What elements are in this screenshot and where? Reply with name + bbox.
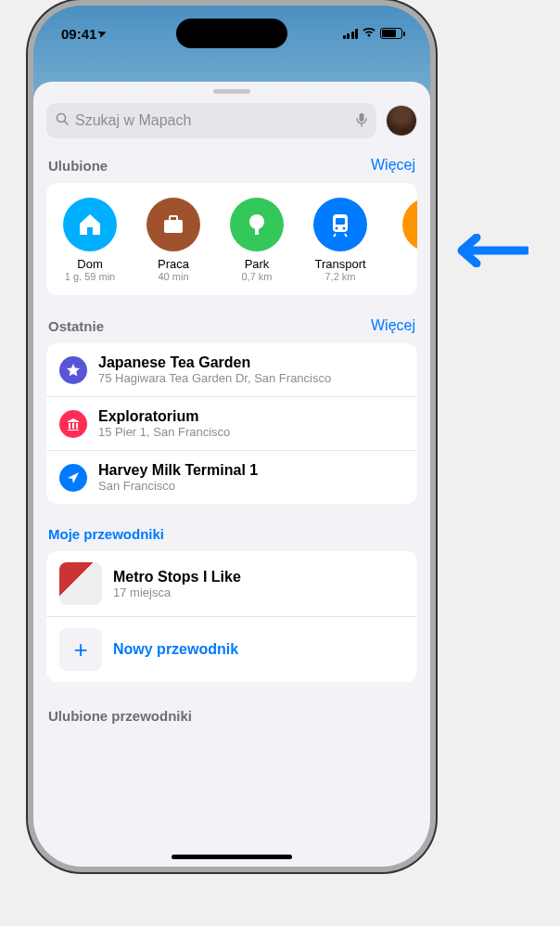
svg-rect-6: [255, 227, 259, 235]
tram-icon: [313, 198, 367, 251]
svg-rect-3: [164, 220, 183, 233]
microphone-icon[interactable]: [356, 112, 367, 130]
svg-rect-8: [336, 218, 345, 225]
house-icon: [63, 198, 117, 251]
drag-handle[interactable]: [213, 89, 250, 94]
svg-point-9: [336, 227, 338, 230]
dynamic-island: [176, 19, 287, 48]
guides-title[interactable]: Moje przewodniki: [33, 521, 430, 551]
recents-card: Japanese Tea Garden 75 Hagiwara Tea Gard…: [46, 343, 417, 504]
annotation-arrow-icon: [454, 234, 528, 267]
favorite-home[interactable]: Dom 1 g. 59 min: [50, 198, 130, 282]
svg-point-10: [343, 227, 346, 230]
guide-thumbnail: [59, 562, 102, 605]
battery-icon: [380, 28, 402, 39]
phone-frame: 09:41 ➤ Szukaj w Mapach: [28, 0, 436, 872]
location-services-icon: ➤: [96, 26, 108, 40]
svg-rect-4: [170, 216, 177, 221]
briefcase-icon: [146, 198, 200, 251]
favorites-more-button[interactable]: Więcej: [371, 157, 415, 174]
plus-icon: +: [59, 628, 102, 671]
recents-more-button[interactable]: Więcej: [371, 317, 415, 334]
favorite-transit[interactable]: Transport 7,2 km: [300, 198, 380, 282]
wifi-icon: [362, 26, 376, 41]
new-guide-button[interactable]: + Nowy przewodnik: [46, 616, 417, 682]
home-indicator[interactable]: [172, 855, 292, 859]
recent-item[interactable]: Japanese Tea Garden 75 Hagiwara Tea Gard…: [46, 343, 417, 397]
star-icon: [59, 356, 87, 384]
avatar[interactable]: [386, 105, 417, 136]
favorites-scroll[interactable]: Dom 1 g. 59 min Praca 40 min: [46, 183, 417, 295]
recents-title: Ostatnie: [48, 318, 104, 334]
cellular-signal-icon: [343, 29, 359, 39]
guide-item[interactable]: Metro Stops I Like 17 miejsca: [46, 551, 417, 616]
search-input[interactable]: Szukaj w Mapach: [46, 103, 376, 138]
guides-card: Metro Stops I Like 17 miejsca + Nowy prz…: [46, 551, 417, 682]
museum-icon: [59, 410, 87, 438]
plane-icon: [59, 464, 87, 492]
svg-line-1: [65, 122, 69, 125]
search-placeholder: Szukaj w Mapach: [75, 112, 350, 129]
search-icon: [56, 112, 70, 129]
favorite-park[interactable]: Park 0,7 km: [217, 198, 297, 282]
phone-screen: 09:41 ➤ Szukaj w Mapach: [33, 6, 430, 867]
recent-item[interactable]: Exploratorium 15 Pier 1, San Francisco: [46, 397, 417, 451]
recent-item[interactable]: Harvey Milk Terminal 1 San Francisco: [46, 451, 417, 504]
svg-point-5: [249, 214, 264, 229]
favorites-title: Ulubione: [48, 158, 108, 174]
favorite-partial[interactable]: He 3,: [384, 198, 417, 282]
pin-icon: [402, 198, 417, 251]
curated-guides-title: Ulubione przewodniki: [33, 699, 430, 733]
favorite-work[interactable]: Praca 40 min: [134, 198, 213, 282]
favorites-card: Dom 1 g. 59 min Praca 40 min: [46, 183, 417, 295]
tree-icon: [230, 198, 284, 251]
search-card-panel: Szukaj w Mapach Ulubione Więcej: [33, 82, 430, 867]
svg-rect-2: [360, 113, 364, 122]
status-time: 09:41: [61, 26, 96, 42]
